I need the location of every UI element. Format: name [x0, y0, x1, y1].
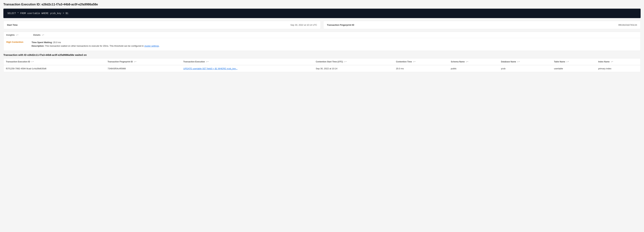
col-sort-tx-exec-id[interactable]: ▲▼: [31, 61, 34, 62]
page-title: Transaction Execution ID: e26d2c11-f7a3-…: [4, 3, 640, 6]
waited-on-table-container: Transaction Execution ID ▲▼ Transaction …: [4, 58, 640, 72]
insights-body: High Contention Time Spent Waiting: 20.0…: [4, 38, 640, 51]
col-sort-schema-name[interactable]: ▲▼: [466, 61, 468, 62]
cell-tx-exec-id: f57f1259-7992-4594-9cad-1c4a39d635d6: [4, 65, 105, 72]
col-sort-contention-time[interactable]: ▲▼: [413, 61, 416, 62]
cell-tx-execution: UPDATE usertable SET field3 = $1 WHERE y…: [181, 65, 314, 72]
col-header-tx-fingerprint-id: Transaction Fingerprint ID ▲▼: [105, 59, 181, 65]
col-header-tx-exec-id: Transaction Execution ID ▲▼: [4, 59, 105, 65]
cell-db-name: ycsb: [499, 65, 552, 72]
details-sort-icon: ▲▼: [42, 34, 44, 36]
cell-contention-start: Sep 30, 2022 at 10:14: [314, 65, 394, 72]
sql-code-block: SELECT * FROM usertable WHERE ycsb_key =…: [4, 9, 640, 18]
cell-contention-time: 20.0 ms: [394, 65, 448, 72]
col-header-tx-execution: Transaction Execution ▲▼: [181, 59, 314, 65]
col-sort-tx-fingerprint-id[interactable]: ▲▼: [134, 61, 136, 62]
waited-on-table: Transaction Execution ID ▲▼ Transaction …: [4, 59, 640, 72]
col-sort-db-name[interactable]: ▲▼: [517, 61, 520, 62]
col-sort-contention-start[interactable]: ▲▼: [344, 61, 347, 62]
info-cards-row: Start Time Sep 30, 2022 at 10:14 UTC Tra…: [4, 21, 640, 29]
col-sort-index-name[interactable]: ▲▼: [610, 61, 613, 62]
start-time-card: Start Time Sep 30, 2022 at 10:14 UTC: [4, 21, 321, 29]
cell-index-name: primary index: [596, 65, 640, 72]
col-header-contention-time: Contention Time ▲▼: [394, 59, 448, 65]
sql-code: SELECT * FROM usertable WHERE ycsb_key =…: [8, 12, 68, 15]
insights-col-insights: Insights ▲▼: [6, 34, 33, 36]
cluster-settings-link[interactable]: cluster settings: [144, 45, 159, 47]
insights-sort-icon: ▲▼: [16, 34, 18, 36]
col-header-schema-name: Schema Name ▲▼: [448, 59, 498, 65]
tx-fingerprint-label: Transaction Fingerprint ID: [327, 24, 354, 26]
tx-fingerprint-value: 9f816b33d2783c34: [618, 24, 637, 26]
col-sort-table-name[interactable]: ▲▼: [566, 61, 569, 62]
table-row: f57f1259-7992-4594-9cad-1c4a39d635d6 734…: [4, 65, 640, 72]
col-sort-tx-execution[interactable]: ▲▼: [206, 61, 209, 62]
table-header-row: Transaction Execution ID ▲▼ Transaction …: [4, 59, 640, 65]
cell-table-name: usertable: [552, 65, 596, 72]
cell-tx-fingerprint-id: 734843f54c4f5988: [105, 65, 181, 72]
high-contention-label: High Contention: [6, 41, 28, 48]
time-spent-label: Time Spent Waiting: 20.0 ms: [32, 41, 61, 44]
col-header-index-name: Index Name ▲▼: [596, 59, 640, 65]
start-time-value: Sep 30, 2022 at 10:14 UTC: [290, 24, 317, 26]
insights-header: Insights ▲▼ Details ▲▼: [4, 32, 640, 38]
cell-schema-name: public: [448, 65, 498, 72]
col-header-db-name: Database Name ▲▼: [499, 59, 552, 65]
col-header-table-name: Table Name ▲▼: [552, 59, 596, 65]
start-time-label: Start Time: [7, 24, 18, 26]
insights-col-details: Details ▲▼: [33, 34, 44, 36]
insights-detail: Time Spent Waiting: 20.0 ms Description:…: [32, 41, 638, 48]
col-header-contention-start: Contention Start Time (UTC) ▲▼: [314, 59, 394, 65]
waited-on-section-title: Transaction with ID e26d2c11-f7a3-44b8-a…: [4, 53, 640, 56]
description-text: Description: This transaction waited on …: [32, 45, 160, 47]
insights-card: Insights ▲▼ Details ▲▼ High Contention T…: [4, 32, 640, 51]
tx-fingerprint-card: Transaction Fingerprint ID 9f816b33d2783…: [323, 21, 640, 29]
